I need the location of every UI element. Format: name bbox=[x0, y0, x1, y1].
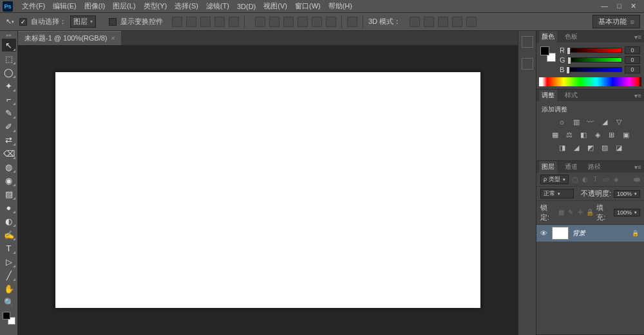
panel-color-swatches[interactable] bbox=[540, 46, 556, 62]
layer-thumbnail[interactable] bbox=[552, 227, 569, 240]
menu-file[interactable]: 文件(F) bbox=[18, 1, 49, 11]
layer-name[interactable]: 背景 bbox=[573, 229, 585, 238]
3d-icon[interactable] bbox=[424, 17, 434, 27]
mixer-icon[interactable]: ⊞ bbox=[607, 131, 617, 140]
menu-view[interactable]: 视图(V) bbox=[260, 1, 291, 11]
auto-align-icon[interactable] bbox=[347, 17, 357, 27]
tab-color[interactable]: 颜色 bbox=[539, 31, 557, 43]
document-tab[interactable]: 未标题-1 @ 100%(RGB/8) × bbox=[18, 31, 121, 45]
exposure-icon[interactable]: ◢ bbox=[600, 118, 610, 127]
lock-pixels-icon[interactable]: ✎ bbox=[567, 209, 574, 216]
align-icon[interactable] bbox=[186, 17, 196, 27]
fill-value[interactable]: 100% bbox=[614, 209, 640, 216]
align-icon[interactable] bbox=[229, 17, 239, 27]
show-transform-checkbox[interactable] bbox=[109, 18, 117, 26]
curves-icon[interactable]: 〰 bbox=[585, 118, 596, 127]
marquee-tool[interactable]: ⬚ bbox=[2, 52, 16, 65]
invert-icon[interactable]: ◨ bbox=[557, 144, 567, 153]
auto-select-checkbox[interactable] bbox=[19, 18, 27, 26]
distribute-icon[interactable] bbox=[255, 17, 265, 27]
dodge-tool[interactable]: ◐ bbox=[2, 215, 16, 227]
filter-adjust-icon[interactable]: ◐ bbox=[582, 176, 589, 184]
panel-menu-icon[interactable]: ▾≡ bbox=[634, 34, 641, 41]
tab-swatches[interactable]: 色板 bbox=[562, 31, 580, 43]
close-icon[interactable]: ✕ bbox=[630, 2, 636, 10]
fg-swatch[interactable] bbox=[540, 46, 549, 55]
panel-menu-icon[interactable]: ▾≡ bbox=[634, 164, 641, 171]
gradient-tool[interactable]: ▨ bbox=[2, 187, 16, 200]
menu-filter[interactable]: 滤镜(T) bbox=[202, 1, 233, 11]
align-icon[interactable] bbox=[214, 17, 225, 27]
brightness-icon[interactable]: ☼ bbox=[557, 118, 567, 127]
vibrance-icon[interactable]: ▽ bbox=[614, 118, 624, 127]
filter-smart-icon[interactable]: ◈ bbox=[612, 176, 620, 184]
tab-layers[interactable]: 图层 bbox=[539, 161, 557, 173]
close-tab-icon[interactable]: × bbox=[111, 35, 115, 42]
threshold-icon[interactable]: ◩ bbox=[585, 144, 596, 153]
distribute-icon[interactable] bbox=[312, 17, 322, 27]
move-tool[interactable]: ↖ bbox=[2, 39, 16, 52]
filter-pixel-icon[interactable]: ▢ bbox=[571, 176, 579, 184]
properties-panel-icon[interactable] bbox=[522, 58, 533, 70]
auto-select-dropdown[interactable]: 图层 bbox=[70, 15, 96, 28]
opacity-value[interactable]: 100% bbox=[614, 190, 640, 198]
hue-icon[interactable]: ▦ bbox=[550, 131, 560, 140]
g-value[interactable]: 0 bbox=[625, 56, 640, 64]
lock-position-icon[interactable]: ✛ bbox=[576, 209, 583, 216]
zoom-tool[interactable]: 🔍 bbox=[2, 296, 16, 309]
canvas[interactable] bbox=[55, 72, 480, 308]
balance-icon[interactable]: ⚖ bbox=[564, 131, 574, 140]
layer-filter-kind[interactable]: ρ 类型 bbox=[540, 175, 569, 184]
menu-layer[interactable]: 图层(L) bbox=[109, 1, 139, 11]
eraser-tool[interactable]: ◉ bbox=[2, 174, 16, 187]
tab-adjustments[interactable]: 调整 bbox=[539, 90, 557, 101]
panel-menu-icon[interactable]: ▾≡ bbox=[634, 92, 641, 99]
hand-tool[interactable]: ✋ bbox=[2, 282, 16, 295]
distribute-icon[interactable] bbox=[269, 17, 279, 27]
b-value[interactable]: 0 bbox=[625, 66, 640, 73]
history-brush-tool[interactable]: ◍ bbox=[2, 160, 16, 173]
maximize-icon[interactable]: □ bbox=[617, 2, 621, 10]
g-slider[interactable] bbox=[568, 57, 622, 62]
brush-tool[interactable]: ⇄ bbox=[2, 133, 16, 146]
stamp-tool[interactable]: ⌫ bbox=[2, 147, 16, 160]
distribute-icon[interactable] bbox=[298, 17, 308, 27]
color-swatches[interactable] bbox=[3, 312, 15, 325]
move-tool-icon[interactable]: ↖▾ bbox=[4, 16, 15, 28]
selective-icon[interactable]: ◪ bbox=[614, 144, 624, 153]
filter-shape-icon[interactable]: ▭ bbox=[602, 176, 610, 184]
filter-text-icon[interactable]: T bbox=[592, 176, 600, 184]
menu-help[interactable]: 帮助(H) bbox=[325, 1, 356, 11]
menu-select[interactable]: 选择(S) bbox=[171, 1, 202, 11]
gradient-map-icon[interactable]: ▨ bbox=[600, 144, 610, 153]
lasso-tool[interactable]: ◯ bbox=[2, 66, 16, 79]
healing-tool[interactable]: ✐ bbox=[2, 120, 16, 133]
lookup-icon[interactable]: ▣ bbox=[621, 131, 631, 140]
visibility-icon[interactable]: 👁 bbox=[539, 229, 548, 237]
align-icon[interactable] bbox=[172, 17, 182, 27]
tab-channels[interactable]: 通道 bbox=[562, 161, 580, 173]
blend-mode-dropdown[interactable]: 正常 bbox=[540, 189, 574, 198]
align-icon[interactable] bbox=[200, 17, 211, 27]
distribute-icon[interactable] bbox=[326, 17, 336, 27]
r-slider[interactable] bbox=[567, 48, 622, 53]
tab-styles[interactable]: 样式 bbox=[562, 90, 580, 101]
eyedropper-tool[interactable]: ✎ bbox=[2, 106, 16, 119]
pen-tool[interactable]: ✍ bbox=[2, 228, 16, 241]
color-spectrum[interactable] bbox=[539, 77, 641, 86]
tab-paths[interactable]: 路径 bbox=[585, 161, 603, 173]
minimize-icon[interactable]: — bbox=[601, 2, 608, 10]
path-select-tool[interactable]: ▷ bbox=[2, 255, 16, 268]
crop-tool[interactable]: ⌐ bbox=[2, 93, 16, 106]
r-value[interactable]: 0 bbox=[625, 46, 640, 54]
photo-filter-icon[interactable]: ◈ bbox=[592, 131, 603, 140]
posterize-icon[interactable]: ◢ bbox=[571, 144, 582, 153]
bw-icon[interactable]: ◧ bbox=[578, 131, 589, 140]
foreground-color-swatch[interactable] bbox=[3, 312, 10, 320]
layer-row[interactable]: 👁 背景 🔒 bbox=[536, 225, 644, 242]
canvas-viewport[interactable] bbox=[18, 45, 518, 335]
3d-icon[interactable] bbox=[452, 17, 462, 27]
levels-icon[interactable]: ▥ bbox=[571, 118, 582, 127]
b-slider[interactable] bbox=[567, 67, 622, 72]
text-tool[interactable]: T bbox=[2, 242, 16, 254]
